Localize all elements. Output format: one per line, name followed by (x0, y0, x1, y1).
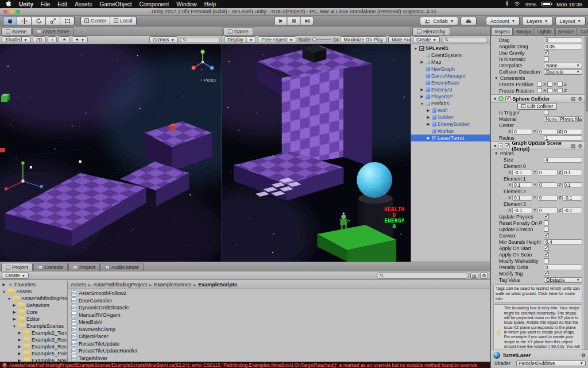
foldout-arrow[interactable]: ▼ (493, 144, 497, 148)
menu-help[interactable]: Help (204, 1, 216, 7)
value-field-drag[interactable]: 0 (544, 37, 582, 43)
play-button[interactable] (274, 17, 288, 25)
checkbox-freeze-rotation-z[interactable] (558, 88, 563, 93)
apple-menu-icon[interactable] (6, 0, 11, 8)
asset-file-objectplacer[interactable]: C#ObjectPlacer (68, 333, 490, 340)
project-tree-item-core[interactable]: ▶Core (0, 309, 67, 316)
hierarchy-item-wall[interactable]: ▶Wall (411, 107, 490, 114)
asset-file-navmeshclamp[interactable]: C#NavmeshClamp (68, 326, 490, 334)
foldout-arrow[interactable]: ▶ (420, 94, 424, 99)
asset-file-recasttileupdatehandler[interactable]: C#RecastTileUpdateHandler (68, 347, 490, 355)
value-field-penalty-delta[interactable]: 0 (544, 264, 582, 270)
edit-collider-button[interactable]: Edit Collider (517, 103, 557, 110)
dropdown-collision-detection[interactable]: Discrete▼ (544, 69, 582, 75)
pivot-center-button[interactable]: Center (80, 17, 110, 25)
foldout-arrow[interactable]: ▶ (426, 122, 431, 126)
tab-console[interactable]: Console (33, 263, 68, 271)
project-tree-item-favorites[interactable]: ▶★Favorites (0, 281, 67, 288)
inspector-tab-naviga[interactable]: Naviga (513, 27, 534, 35)
move-tool-button[interactable] (17, 17, 32, 25)
aspect-dropdown[interactable]: Free Aspect▼ (258, 36, 296, 43)
collab-button[interactable]: Collab▼ (420, 17, 458, 25)
inspector-tab-service[interactable]: Service (555, 27, 577, 35)
foldout-arrow[interactable]: ▶ (426, 136, 431, 140)
checkbox-freeze-position-x[interactable] (537, 82, 542, 87)
checkbox-is-kinematic[interactable] (544, 56, 549, 62)
foldout-arrow[interactable]: ▶ (17, 331, 22, 335)
tab-audio-mixer[interactable]: Audio Mixer (100, 263, 144, 271)
asset-file-targetmover[interactable]: C#TargetMover (68, 355, 490, 362)
project-tree-item-example6-navmesh[interactable]: ▶Example6_Navmesh (0, 357, 67, 362)
scale-slider-knob[interactable] (312, 37, 316, 41)
checkbox-modify-tag[interactable] (544, 271, 549, 276)
component-header-graph-update-scene-script[interactable]: ▼#Graph Update Scene (Script)▤⚙ (491, 141, 585, 150)
bluetooth-icon[interactable] (505, 1, 509, 7)
checkbox-freeze-position-z[interactable] (558, 82, 563, 87)
vector-z-field[interactable]: -0.1 (562, 208, 582, 213)
menu-file[interactable]: File (41, 1, 50, 7)
checkbox-update-erosion[interactable] (544, 227, 549, 232)
component-enabled-checkbox[interactable] (505, 143, 510, 148)
hierarchy-item-map[interactable]: ▶Map (411, 59, 490, 66)
asset-file-doorcontroller[interactable]: C#DoorController (68, 297, 490, 305)
hierarchy-item-worker[interactable]: Worker (411, 128, 490, 135)
create-dropdown[interactable]: Create▼ (413, 36, 440, 43)
project-tree-item-example4-recast-nav[interactable]: ▶Example4_Recast_Nav (0, 343, 67, 350)
foldout-arrow[interactable]: ▶ (426, 108, 431, 113)
hierarchy-item-eventsystem[interactable]: EventSystem (411, 52, 490, 59)
layers-dropdown[interactable]: Layers▼ (522, 17, 552, 25)
gear-icon[interactable]: ⚙ (578, 96, 582, 102)
checkbox-convex[interactable] (544, 233, 549, 238)
gizmos-dropdown[interactable]: Gizmos▼ (149, 36, 178, 43)
minimize-window-icon[interactable] (10, 10, 14, 14)
game-button-mute-audio[interactable]: Mute Audio (388, 36, 411, 43)
checkbox-update-physics[interactable] (544, 214, 549, 219)
tab-scene[interactable]: Scene (1, 27, 32, 35)
foldout-arrow[interactable]: ▶ (17, 338, 22, 342)
scene-viewport[interactable]: y x z ‹Persp (0, 44, 222, 262)
foldout-arrow[interactable]: ▼ (493, 97, 497, 101)
display-dropdown[interactable]: Display 1▼ (224, 36, 256, 43)
checkbox-freeze-rotation-y[interactable] (547, 88, 552, 93)
foldout-arrow[interactable]: ▼ (413, 47, 418, 51)
component-enabled-checkbox[interactable] (505, 96, 510, 101)
help-book-icon[interactable]: ▤ (571, 96, 575, 102)
project-tree-item-example5-pointgraph[interactable]: ▶Example5_PointGraph (0, 350, 67, 357)
foldout-arrow[interactable]: ▶ (12, 310, 17, 315)
foldout-arrow[interactable]: ▼ (7, 297, 11, 301)
hierarchy-item-gamemanager[interactable]: GameManager (411, 72, 490, 79)
game-button-maximize-on-play[interactable]: Maximize On Play (340, 36, 386, 43)
hierarchy-scene-row[interactable]: ▼ SPLevel1 (411, 45, 490, 52)
hierarchy-item-playersp[interactable]: ▶PlayerSP (411, 93, 490, 100)
vector-x-field[interactable]: 0.1 (512, 195, 532, 201)
hierarchy-item-soldier[interactable]: ▶Soldier (411, 114, 490, 121)
wifi-icon[interactable] (514, 1, 520, 7)
scale-tool-button[interactable] (46, 17, 60, 25)
layout-dropdown[interactable]: Layout▼ (555, 17, 586, 25)
create-dropdown[interactable]: Create▼ (2, 272, 29, 279)
vector-z-field[interactable]: 0.1 (562, 170, 582, 175)
project-tree-item-examplescenes[interactable]: ▼ExampleScenes (0, 323, 67, 329)
menu-assets[interactable]: Assets (75, 1, 92, 7)
inspector-tab-inspect[interactable]: Inspect (492, 27, 513, 35)
project-search-input[interactable] (377, 273, 469, 279)
maximize-window-icon[interactable] (16, 10, 20, 14)
menubar-clock[interactable]: Mon 18:35 (556, 1, 582, 7)
foldout-arrow[interactable]: ▶ (2, 282, 6, 287)
draw-mode-dropdown[interactable]: Shaded▼ (2, 36, 31, 43)
foldout-arrow[interactable]: ▶ (420, 87, 424, 92)
hierarchy-item-enemybase[interactable]: EnemyBase (411, 79, 490, 86)
inspector-tab-collab[interactable]: Collab (578, 27, 588, 35)
foldout-arrow[interactable]: ▶ (12, 317, 17, 321)
inspector-tab-lightin[interactable]: Lightin (535, 27, 555, 35)
scene-orientation-gizmo[interactable]: y x z (187, 47, 218, 78)
shader-dropdown[interactable]: Particles/Additive▼ (516, 361, 586, 366)
asset-file-manualrvoagent[interactable]: C#ManualRVOAgent (68, 312, 490, 319)
asset-file-recasttileupdate[interactable]: C#RecastTileUpdate (68, 340, 490, 348)
vector-y-field[interactable]: 0 (537, 195, 558, 201)
menu-gameobject[interactable]: GameObject (99, 1, 131, 7)
vector-y-field[interactable]: 0 (537, 129, 558, 135)
hierarchy-item-laserturret[interactable]: ▶LaserTurret (411, 135, 490, 141)
rect-tool-button[interactable] (60, 17, 75, 25)
status-bar[interactable]: ! Assets/AstarPathfindingProject/Example… (0, 362, 490, 368)
